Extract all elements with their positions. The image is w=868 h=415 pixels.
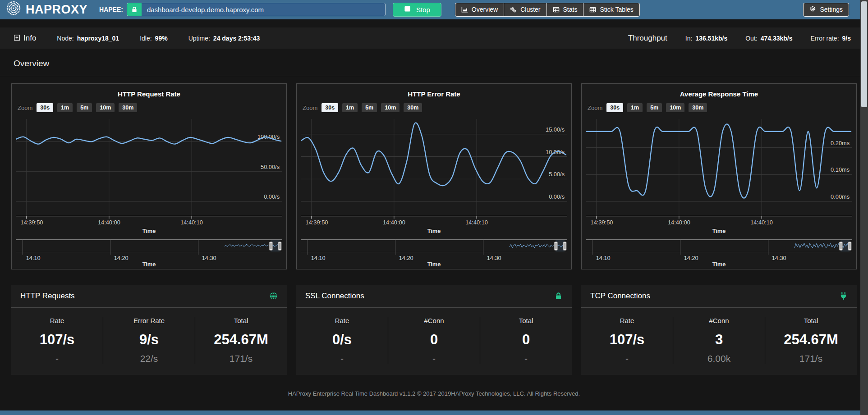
card-body: Rate107/s-#Conn36.00kTotal254.67M171/s [581, 308, 857, 375]
hapee-label: HAPEE: [99, 6, 123, 13]
lock-icon [131, 6, 138, 13]
stat-value: 0 [388, 332, 480, 348]
stat-sub-value: - [11, 353, 103, 364]
stat-rate: Rate107/s- [581, 317, 673, 364]
chart-1-zoom-30m-button[interactable]: 30m [119, 103, 137, 112]
chart-panel-http-error-rate: HTTP Error RateZoom30s1m5m10m30m0.00/s5.… [296, 83, 572, 269]
navigator-time-label: 14:20 [114, 255, 129, 261]
chart-2-zoom-10m-button[interactable]: 10m [381, 103, 400, 112]
uptime-label: Uptime: [188, 35, 210, 42]
table-list-icon [553, 6, 560, 13]
chart-1-zoom-30s-button[interactable]: 30s [37, 103, 53, 112]
haproxy-globe-logo-icon [5, 0, 22, 16]
chart-2-zoom-1m-button[interactable]: 1m [342, 103, 358, 112]
chart-1-zoom-1m-button[interactable]: 1m [57, 103, 73, 112]
x-axis-title: Time [712, 228, 726, 234]
info-toggle[interactable]: Info [14, 34, 36, 43]
y-axis-label: 0.00/s [549, 193, 565, 200]
nav-button-stick-tables[interactable]: Stick Tables [583, 3, 639, 17]
chart-navigator[interactable]: 14:1014:2014:30Time [301, 237, 567, 268]
chart-3-zoom-1m-button[interactable]: 1m [627, 103, 643, 112]
idle-label: Idle: [140, 35, 152, 42]
chart-3-zoom-30m-button[interactable]: 30m [689, 103, 707, 112]
chart-2-zoom-5m-button[interactable]: 5m [362, 103, 377, 112]
stat-sub-value: - [296, 353, 388, 364]
table-grid-icon [589, 6, 596, 13]
chart-navigator[interactable]: 14:1014:2014:30Time [586, 237, 852, 268]
navigator-axis-title: Time [427, 261, 441, 268]
card-header: TCP Connections [581, 285, 857, 308]
navigator-time-label: 14:20 [399, 255, 413, 261]
navigator-handle-right[interactable] [278, 242, 281, 251]
navigator-handle-left[interactable] [839, 242, 842, 251]
navigator-axis-title: Time [142, 261, 156, 268]
error-rate-label: Error rate: [811, 35, 839, 42]
stat-total: Total0- [480, 317, 572, 364]
chart-plot: 0.00ms0.10ms0.20ms14:39:5014:40:0014:40:… [586, 116, 852, 237]
stat-value: 107/s [581, 332, 673, 348]
stat-label: Total [765, 317, 857, 324]
nav-button-stats[interactable]: Stats [547, 3, 584, 17]
settings-button[interactable]: Settings [803, 3, 849, 17]
cards-row: HTTP RequestsRate107/s-Error Rate9/s22/s… [11, 285, 857, 375]
x-axis-title: Time [142, 228, 156, 234]
gear-icon [809, 5, 816, 12]
y-axis-label: 0.10ms [831, 166, 850, 173]
uptime-info: Uptime: 24 days 2:53:43 [188, 35, 260, 42]
card-body: Rate0/s-#Conn0-Total0- [296, 308, 572, 375]
card-title: HTTP Requests [20, 292, 75, 301]
stat-sub-value: - [388, 353, 480, 364]
stat-total: Total254.67M171/s [195, 317, 287, 364]
scrollbar-thumb[interactable] [861, 1, 867, 107]
stat-label: Rate [296, 317, 388, 324]
stat-label: Rate [581, 317, 673, 324]
chart-title: HTTP Error Rate [301, 90, 567, 98]
bottom-strip [0, 410, 868, 415]
lock-icon [554, 292, 563, 300]
chart-navigator[interactable]: 14:1014:2014:30Time [16, 237, 282, 268]
settings-button-label: Settings [820, 6, 843, 13]
nav-button-overview[interactable]: Overview [455, 3, 504, 17]
url-input[interactable] [142, 3, 385, 16]
stat-rate: Rate107/s- [11, 317, 103, 364]
zoom-label: Zoom [18, 105, 32, 111]
stat-sub-value: 22/s [103, 353, 195, 364]
nav-button-label: Overview [472, 6, 498, 13]
chart-1-zoom-5m-button[interactable]: 5m [77, 103, 92, 112]
throughput-label: Throughput [628, 34, 667, 43]
stat--conn: #Conn36.00k [673, 317, 765, 364]
navigator-handle-right[interactable] [563, 242, 566, 251]
chart-title: Average Response Time [586, 90, 852, 98]
stat-sub-value: 6.00k [673, 353, 765, 364]
x-axis-label: 14:39:50 [21, 219, 43, 226]
navigator-handle-left[interactable] [554, 242, 557, 251]
chart-3-zoom-30s-button[interactable]: 30s [606, 103, 623, 112]
scrollbar-track[interactable] [860, 0, 868, 415]
stop-icon [404, 5, 411, 14]
zoom-controls: Zoom30s1m5m10m30m [16, 102, 282, 116]
navigator-handle-right[interactable] [848, 242, 851, 251]
in-value: 136.51kb/s [695, 35, 727, 42]
throughput-in: In: 136.51kb/s [685, 35, 727, 42]
chart-3-zoom-10m-button[interactable]: 10m [666, 103, 684, 112]
zoom-controls: Zoom30s1m5m10m30m [586, 102, 852, 116]
stat-value: 107/s [11, 332, 103, 348]
stat-sub-value: - [581, 353, 673, 364]
nav-button-cluster[interactable]: Cluster [504, 3, 547, 17]
nav-button-label: Cluster [520, 6, 540, 13]
chart-2-zoom-30m-button[interactable]: 30m [404, 103, 422, 112]
chart-title: HTTP Request Rate [16, 90, 282, 98]
navigator-handle-left[interactable] [269, 242, 272, 251]
chart-panel-average-response-time: Average Response TimeZoom30s1m5m10m30m0.… [581, 83, 857, 269]
stop-button[interactable]: Stop [393, 3, 441, 17]
chart-2-zoom-30s-button[interactable]: 30s [321, 103, 338, 112]
y-axis-label: 0.20ms [831, 140, 850, 146]
out-value: 474.33kb/s [761, 35, 793, 42]
chart-1-zoom-10m-button[interactable]: 10m [96, 103, 115, 112]
navigator-time-label: 14:30 [487, 255, 501, 261]
card-tcp-connections: TCP ConnectionsRate107/s-#Conn36.00kTota… [581, 285, 857, 375]
stat-label: #Conn [673, 317, 765, 324]
throughput-out: Out: 474.33kb/s [745, 35, 792, 42]
chart-3-zoom-5m-button[interactable]: 5m [647, 103, 662, 112]
y-axis-label: 5.00/s [549, 171, 565, 178]
